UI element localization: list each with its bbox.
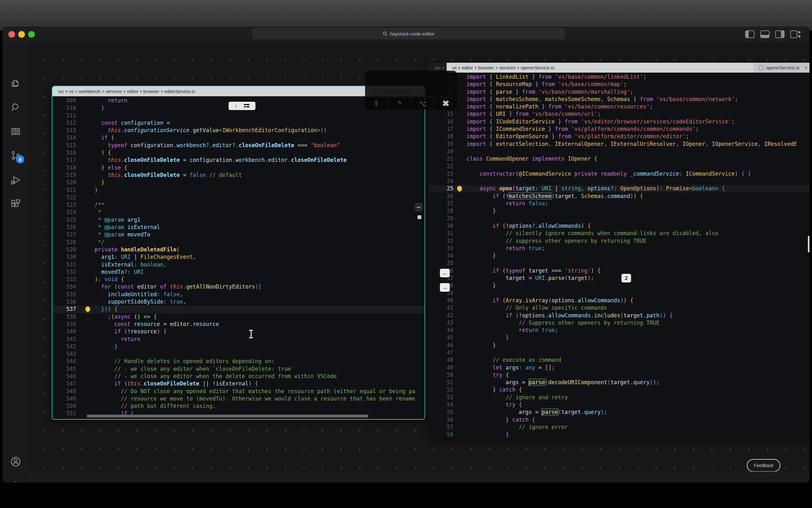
layout-rows-icon[interactable] <box>244 104 249 108</box>
code-text[interactable]: // - we close any editor when the delete… <box>95 373 425 380</box>
code-text[interactable]: import { parse } from 'vs/base/common/ma… <box>466 88 809 96</box>
code-line[interactable]: 543 <box>52 350 425 357</box>
code-line[interactable]: 515 typeof configuration.workbench?.edit… <box>52 142 425 149</box>
run-debug-icon[interactable] <box>10 174 21 186</box>
command-center-search[interactable]: haystack-code-editor <box>252 28 565 39</box>
code-text[interactable]: } <box>95 179 425 186</box>
code-text[interactable] <box>95 350 425 357</box>
code-text[interactable]: try { <box>466 371 809 379</box>
code-line[interactable]: 548 // Do NOT close any opened editor th… <box>52 388 425 395</box>
code-text[interactable]: // resource we move to (movedTo). Otherw… <box>95 395 425 403</box>
lightbulb-icon[interactable] <box>453 185 466 192</box>
code-line[interactable]: 545 // - we close any editor when `close… <box>52 365 425 373</box>
code-line[interactable]: 30 if (!options?.allowCommands) { <box>428 222 809 230</box>
right-code-area[interactable]: 10import { LinkedList } from 'vs/base/co… <box>428 73 809 438</box>
vertical-scrollbar-thumb[interactable] <box>808 236 809 252</box>
code-line[interactable]: 34 } <box>428 252 809 259</box>
code-line[interactable]: 521} <box>52 186 425 194</box>
code-text[interactable]: arg1: URI | FileChangesEvent, <box>95 253 425 261</box>
code-line[interactable]: 547 if (this.closeOnFileDelete || !isExt… <box>52 380 425 387</box>
code-text[interactable] <box>466 259 809 267</box>
code-line[interactable]: 21class CommandOpener implements IOpener… <box>428 155 809 163</box>
code-text[interactable]: } else { <box>95 164 425 171</box>
code-text[interactable]: } <box>95 343 425 350</box>
code-text[interactable]: async open(target: URI | string, options… <box>466 185 809 192</box>
code-text[interactable]: movedTo?: URI <box>95 268 425 276</box>
code-text[interactable]: try { <box>466 401 809 409</box>
code-text[interactable]: if (typeof target === 'string') { <box>466 267 809 274</box>
code-line[interactable]: 544 // Handle deletes in opened editors … <box>52 357 425 365</box>
code-line[interactable]: 529private handleDeletedFile( <box>52 246 425 253</box>
code-line[interactable]: 47 <box>428 349 809 356</box>
code-line[interactable]: 27 return false; <box>428 200 809 207</box>
code-line[interactable]: 19import { extractSelection, IExternalOp… <box>428 140 809 148</box>
code-text[interactable]: typeof configuration.workbench?.editor?.… <box>95 142 425 149</box>
code-line[interactable]: 49 let args: any = []; <box>428 364 809 371</box>
code-line[interactable]: 12import { parse } from 'vs/base/common/… <box>428 88 809 96</box>
code-text[interactable]: } catch { <box>466 416 809 424</box>
code-text[interactable]: import { ICommandService } from 'vs/plat… <box>466 125 809 133</box>
code-text[interactable] <box>95 194 425 201</box>
code-line[interactable]: 26 if (!matchesScheme(target, Schemas.co… <box>428 193 809 200</box>
code-text[interactable]: this.closeOnFileDelete = configuration.w… <box>95 157 425 164</box>
code-line[interactable]: 517 this.closeOnFileDelete = configurati… <box>52 157 425 164</box>
code-line[interactable]: 523/** <box>52 201 425 209</box>
code-line[interactable]: 37 target = URI.parse(target); <box>428 274 809 282</box>
code-line[interactable]: 18import { EditorOpenSource } from 'vs/p… <box>428 133 809 140</box>
code-text[interactable]: for (const editor of this.getAllNonDirty… <box>95 283 425 291</box>
code-line[interactable]: 516 ) { <box>52 149 425 157</box>
code-text[interactable]: if (!options.allowCommands.includes(targ… <box>466 312 809 319</box>
code-text[interactable]: target = URI.parse(target); <box>466 274 809 282</box>
code-line[interactable]: 57 // ignore error <box>428 424 809 431</box>
code-line[interactable]: 535 includeUntitled: false, <box>52 291 425 298</box>
code-text[interactable]: args = parse(decodeURIComponent(target.q… <box>466 379 809 386</box>
code-text[interactable] <box>466 148 809 155</box>
code-line[interactable]: 524 * <box>52 209 425 216</box>
close-icon[interactable]: × <box>804 65 808 71</box>
code-text[interactable]: } <box>466 282 809 289</box>
feedback-button[interactable]: Feedback <box>747 459 780 471</box>
code-text[interactable]: * @param isExternal <box>95 224 425 231</box>
code-line[interactable]: 16import { ICodeEditorService } from 'vs… <box>428 118 809 125</box>
code-text[interactable] <box>466 215 809 222</box>
code-text[interactable]: import { URI } from 'vs/base/common/uri'… <box>466 110 809 118</box>
code-text[interactable]: import { ResourceMap } from 'vs/base/com… <box>466 81 809 88</box>
pane-edge-chip[interactable] <box>418 215 421 219</box>
code-text[interactable]: class CommandOpener implements IOpener { <box>466 155 809 163</box>
code-line[interactable]: 35 <box>428 259 809 267</box>
code-text[interactable]: } <box>466 342 809 349</box>
code-line[interactable]: 531 isExternal: boolean, <box>52 261 425 268</box>
code-text[interactable] <box>466 177 809 185</box>
code-line[interactable]: 532 movedTo?: URI <box>52 268 425 276</box>
code-text[interactable]: // Handle deletes in opened editors depe… <box>95 357 425 365</box>
code-line[interactable]: 54 try { <box>428 401 809 409</box>
code-text[interactable]: } <box>466 252 809 259</box>
code-line[interactable]: 23 constructor(@ICommandService private … <box>428 170 809 177</box>
pane-resize-handle[interactable]: ⊷ <box>415 203 423 211</box>
code-line[interactable]: 518 } else { <box>52 164 425 171</box>
close-window-button[interactable] <box>8 31 15 38</box>
code-text[interactable]: } <box>466 431 809 438</box>
code-text[interactable]: const configuration = <box>95 119 425 127</box>
settings-gear-icon[interactable] <box>10 479 21 482</box>
code-text[interactable]: import { LinkedList } from 'vs/base/comm… <box>466 73 809 81</box>
code-line[interactable]: 527 * @param movedTo <box>52 231 425 238</box>
code-text[interactable]: import { matchesScheme, matchesSomeSchem… <box>466 96 809 103</box>
code-text[interactable]: import { normalizePath } from 'vs/base/c… <box>466 103 809 110</box>
code-line[interactable]: 514 if ( <box>52 134 425 141</box>
code-line[interactable]: 44 return true; <box>428 327 809 334</box>
code-text[interactable]: this.configurationService.getValue<IWork… <box>95 127 425 134</box>
code-text[interactable]: constructor(@ICommandService private rea… <box>466 170 809 177</box>
code-text[interactable]: // - we close any editor when `closeOnFi… <box>95 365 425 373</box>
code-text[interactable]: private handleDeletedFile( <box>95 246 425 253</box>
code-line[interactable]: 540 if (!resource) { <box>52 328 425 335</box>
code-line[interactable]: 550 // path but different casing. <box>52 403 425 410</box>
code-line[interactable]: 40 if (Array.isArray(options.allowComman… <box>428 297 809 304</box>
code-line[interactable]: 17import { ICommandService } from 'vs/pl… <box>428 125 809 133</box>
code-text[interactable]: includeUntitled: false, <box>95 291 425 298</box>
code-text[interactable]: // suppress other openers by returning T… <box>466 237 809 245</box>
code-line[interactable]: 48 // execute as command <box>428 356 809 364</box>
extensions-icon[interactable] <box>10 198 21 210</box>
code-text[interactable]: /** <box>95 201 425 209</box>
code-line[interactable]: 56 } catch { <box>428 416 809 424</box>
